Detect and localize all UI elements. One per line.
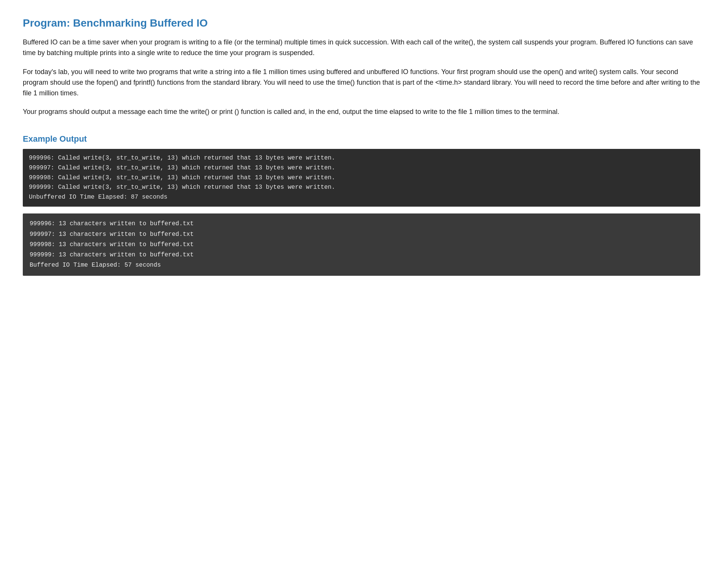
code-block-buffered: 999996: 13 characters written to buffere… [23, 213, 700, 276]
paragraph-1: Buffered IO can be a time saver when you… [23, 37, 700, 58]
paragraph-3: Your programs should output a message ea… [23, 107, 700, 117]
page-title: Program: Benchmarking Buffered IO [23, 15, 700, 31]
code-block-unbuffered: 999996: Called write(3, str_to_write, 13… [23, 149, 700, 207]
example-output-heading: Example Output [23, 133, 700, 145]
paragraph-2: For today's lab, you will need to write … [23, 67, 700, 99]
